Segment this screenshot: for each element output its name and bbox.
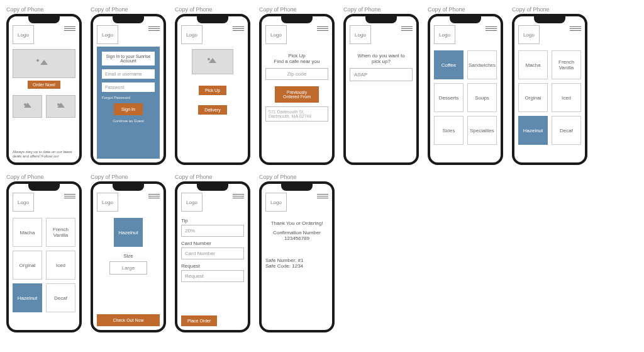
place-order-button[interactable]: Place Order bbox=[181, 315, 217, 326]
frame-title: Copy of Phone bbox=[512, 6, 587, 13]
mode-image-placeholder bbox=[192, 49, 233, 74]
phone-notch bbox=[28, 16, 60, 23]
flavor-macha[interactable]: Macha bbox=[13, 218, 42, 247]
request-label: Request bbox=[181, 263, 244, 269]
phone-notch bbox=[534, 16, 565, 23]
asap-option[interactable]: ASAP bbox=[350, 68, 413, 81]
phone-frame-signin: Logo Sign In to your Sunrise Account Ema… bbox=[91, 14, 166, 165]
signin-title: Sign In to your Sunrise Account bbox=[102, 52, 155, 65]
hamburger-icon[interactable] bbox=[317, 194, 328, 198]
hamburger-icon[interactable] bbox=[148, 26, 160, 31]
logo-box: Logo bbox=[265, 25, 287, 44]
hamburger-icon[interactable] bbox=[148, 194, 160, 198]
flavor-orginal[interactable]: Orginal bbox=[518, 83, 548, 112]
forgot-password-link[interactable]: Forgot Password bbox=[102, 96, 155, 99]
category-soups[interactable]: Soups bbox=[467, 83, 497, 112]
promo-image-placeholder bbox=[46, 95, 75, 118]
frame-title: Copy of Phone bbox=[91, 6, 166, 13]
findcafe-heading: Find a cafe near you bbox=[265, 59, 328, 64]
phone-frame-payment: Logo Tip 20% Card Number Card Number Req… bbox=[175, 181, 250, 332]
promo-image-placeholder bbox=[13, 95, 42, 118]
flavor-hazelnut[interactable]: Hazelnut bbox=[518, 116, 548, 145]
phone-notch bbox=[113, 16, 144, 23]
phone-frame-when: Logo When do you want to pick up? ASAP bbox=[343, 14, 419, 165]
phone-frame-confirmation: Logo Thank You or Ordering! Confirmation… bbox=[259, 181, 335, 332]
thank-you-text: Thank You or Ordering! bbox=[265, 220, 328, 226]
frame-title: Copy of Phone bbox=[175, 174, 250, 180]
hamburger-icon[interactable] bbox=[401, 26, 413, 31]
frame-title: Copy of Phone bbox=[175, 6, 250, 13]
when-heading: When do you want to pick up? bbox=[350, 53, 413, 64]
logo-box: Logo bbox=[97, 25, 118, 44]
flavor-french-vanilla[interactable]: French Vanilla bbox=[46, 218, 75, 247]
frame-title: Copy of Phone bbox=[6, 174, 82, 180]
flavor-iced[interactable]: Iced bbox=[552, 83, 581, 112]
phone-notch bbox=[281, 183, 313, 191]
phone-frame-flavors: Logo Macha French Vanilla Orginal Iced H… bbox=[512, 14, 587, 165]
hamburger-icon[interactable] bbox=[317, 26, 328, 31]
phone-notch bbox=[197, 16, 228, 23]
logo-box: Logo bbox=[181, 25, 203, 44]
flavor-decaf[interactable]: Decaf bbox=[46, 283, 75, 312]
phone-frame-findcafe: Logo Pick Up Find a cafe near you Zip co… bbox=[259, 14, 335, 165]
delivery-button[interactable]: Delivery bbox=[198, 105, 226, 115]
card-input[interactable]: Card Number bbox=[181, 247, 244, 259]
logo-box: Logo bbox=[181, 193, 203, 212]
logo-box: Logo bbox=[13, 25, 34, 44]
category-specialties[interactable]: Specialties bbox=[467, 116, 497, 145]
signin-panel: Sign In to your Sunrise Account Email or… bbox=[97, 47, 160, 159]
logo-box: Logo bbox=[434, 25, 455, 44]
phone-frame-categories: Logo Coffee Sandwiches Desserts Soups Si… bbox=[428, 14, 503, 165]
phone-notch bbox=[113, 183, 144, 191]
continue-guest-link[interactable]: Continue as Guest bbox=[102, 119, 155, 123]
logo-box: Logo bbox=[13, 193, 34, 212]
hamburger-icon[interactable] bbox=[64, 26, 75, 31]
phone-notch bbox=[281, 16, 313, 23]
card-label: Card Number bbox=[181, 241, 244, 246]
zip-input[interactable]: Zip code bbox=[265, 68, 328, 80]
logo-box: Logo bbox=[265, 193, 287, 212]
flavor-decaf[interactable]: Decaf bbox=[552, 116, 581, 145]
pickup-heading: Pick Up bbox=[265, 53, 328, 59]
confirmation-label: Confirmation Number bbox=[265, 230, 328, 236]
flavor-hazelnut[interactable]: Hazelnut bbox=[13, 283, 42, 312]
frame-title: Copy of Phone bbox=[6, 6, 82, 13]
category-sides[interactable]: Sides bbox=[434, 116, 464, 145]
tip-input[interactable]: 20% bbox=[181, 225, 244, 237]
hamburger-icon[interactable] bbox=[570, 26, 581, 31]
flavor-orginal[interactable]: Orginal bbox=[13, 251, 42, 280]
email-field[interactable]: Email or username bbox=[102, 69, 155, 79]
address-display[interactable]: 571 Dartmouth St, Dartmouth, MA 02748 bbox=[265, 106, 328, 122]
phone-notch bbox=[450, 16, 481, 23]
hamburger-icon[interactable] bbox=[486, 26, 497, 31]
logo-box: Logo bbox=[350, 25, 371, 44]
flavor-macha[interactable]: Macha bbox=[518, 50, 548, 79]
size-select[interactable]: Large bbox=[109, 261, 147, 275]
phone-frame-home: Logo Order Now! Always stay up to date o… bbox=[6, 14, 82, 165]
phone-frame-checkout: Logo Hazelnut Size Large Check Out Now bbox=[91, 181, 166, 332]
confirmation-number: 123456789 bbox=[265, 236, 328, 241]
phone-notch bbox=[197, 183, 228, 191]
hero-image-placeholder bbox=[13, 49, 75, 78]
order-now-button[interactable]: Order Now! bbox=[28, 81, 60, 89]
logo-box: Logo bbox=[518, 25, 540, 44]
hamburger-icon[interactable] bbox=[64, 194, 75, 198]
category-sandwiches[interactable]: Sandwiches bbox=[467, 50, 497, 79]
request-input[interactable]: Request bbox=[181, 270, 244, 282]
password-field[interactable]: Password bbox=[102, 82, 155, 92]
frame-title: Copy of Phone bbox=[343, 6, 419, 13]
signin-button[interactable]: Sign In bbox=[114, 103, 143, 115]
logo-box: Logo bbox=[97, 193, 118, 212]
hamburger-icon[interactable] bbox=[233, 194, 244, 198]
pickup-button[interactable]: Pick Up bbox=[199, 86, 226, 95]
checkout-button[interactable]: Check Out Now bbox=[97, 314, 160, 326]
category-desserts[interactable]: Desserts bbox=[434, 83, 464, 112]
previous-order-button[interactable]: Previously Ordered From bbox=[275, 86, 319, 103]
size-label: Size bbox=[97, 253, 160, 259]
selected-item-tile: Hazelnut bbox=[114, 218, 143, 247]
tip-label: Tip bbox=[181, 218, 244, 224]
category-coffee[interactable]: Coffee bbox=[434, 50, 464, 79]
flavor-iced[interactable]: Iced bbox=[46, 251, 75, 280]
flavor-french-vanilla[interactable]: French Vanilla bbox=[552, 50, 581, 79]
hamburger-icon[interactable] bbox=[233, 26, 244, 31]
